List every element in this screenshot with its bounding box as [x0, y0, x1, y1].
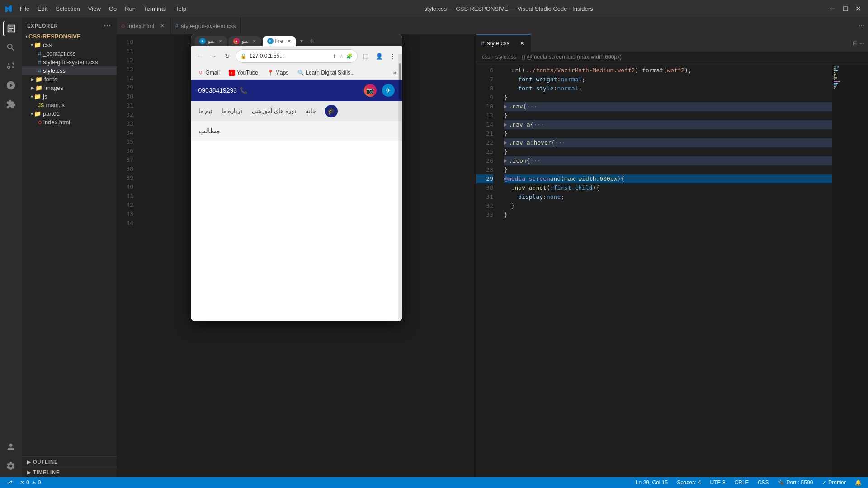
- eol-item[interactable]: CRLF: [733, 479, 750, 486]
- cast-button[interactable]: ⬚: [360, 51, 371, 61]
- phone-icon: 📞: [240, 87, 247, 94]
- breadcrumb-style-css[interactable]: style.css: [495, 54, 516, 60]
- settings-activity-icon[interactable]: [3, 458, 19, 474]
- browser-window[interactable]: ✈ سو ✕ ■ سو ✕: [191, 34, 402, 321]
- menu-selection[interactable]: Selection: [52, 4, 83, 14]
- timeline-header[interactable]: ▶ TIMELINE: [22, 467, 117, 477]
- branch-icon: ⎇: [6, 479, 13, 486]
- explorer-more-button[interactable]: ···: [104, 22, 111, 30]
- style-css-close[interactable]: ✕: [519, 40, 526, 47]
- split-editor-button[interactable]: ⊞: [853, 40, 858, 47]
- part01-folder[interactable]: ▾ 📁 part01: [22, 109, 117, 118]
- index-html-file[interactable]: ◇ index.html: [22, 118, 117, 127]
- browser-tab1-close[interactable]: ✕: [218, 38, 222, 44]
- bookmark-gmail[interactable]: M Gmail: [195, 69, 222, 77]
- nav-home[interactable]: خانه: [306, 108, 316, 115]
- token: {: [523, 102, 527, 111]
- contact-css-file[interactable]: # _contact.css: [22, 49, 117, 58]
- style-css-file[interactable]: # style.css: [22, 66, 117, 75]
- reload-button[interactable]: ↻: [222, 51, 233, 61]
- source-control-activity-icon[interactable]: [3, 59, 19, 74]
- tab-dropdown-button[interactable]: ▾: [297, 37, 306, 45]
- explorer-activity-icon[interactable]: [3, 21, 19, 36]
- token: :: [557, 75, 561, 84]
- prettier-item[interactable]: ✓ Prettier: [820, 479, 848, 486]
- style-grid-file[interactable]: # style-grid-system.css: [22, 58, 117, 66]
- encoding-item[interactable]: UTF-8: [708, 479, 727, 486]
- collapse-chevron[interactable]: ▶: [504, 102, 507, 111]
- forward-button[interactable]: →: [208, 51, 219, 61]
- project-root[interactable]: ▾ CSS-RESPONSIVE: [22, 32, 117, 41]
- language-item[interactable]: CSS: [756, 479, 771, 486]
- new-tab-button[interactable]: +: [307, 36, 317, 46]
- menu-edit[interactable]: Edit: [34, 4, 51, 14]
- main-js-file[interactable]: JS main.js: [22, 101, 117, 109]
- code-line-22: ▶.nav a:hover{ ···: [504, 138, 832, 147]
- back-button[interactable]: ←: [195, 51, 206, 61]
- telegram-favicon-icon: ✈: [199, 38, 206, 44]
- tab-style-grid[interactable]: # style-grid-system.css: [171, 17, 241, 34]
- maximize-button[interactable]: □: [840, 5, 851, 12]
- breadcrumb-css[interactable]: css: [482, 54, 490, 60]
- tab-index-html[interactable]: ◇ index.html ✕: [117, 17, 171, 34]
- code-content[interactable]: url(../fonts/VazirMath-Medium.woff2) for…: [497, 62, 832, 477]
- menu-run[interactable]: Run: [121, 4, 139, 14]
- rln: 21: [476, 129, 493, 138]
- account-activity-icon[interactable]: [3, 439, 19, 455]
- js-folder[interactable]: ▾ 📁 js: [22, 92, 117, 101]
- tab-html-close[interactable]: ✕: [159, 22, 166, 29]
- tab-style-css[interactable]: # style.css ✕: [476, 34, 531, 52]
- bookmark-maps[interactable]: 📍 Maps: [264, 69, 291, 77]
- errors-item[interactable]: ✕ 0 ⚠ 0: [18, 479, 42, 486]
- token: font-weight: [504, 75, 557, 84]
- code-line-33: }: [504, 211, 832, 220]
- port-item[interactable]: 🔌 Port : 5500: [776, 479, 815, 486]
- more-actions-button[interactable]: ···: [859, 40, 864, 47]
- menu-help[interactable]: Help: [170, 4, 190, 14]
- nav-team[interactable]: تیم ما: [198, 108, 212, 115]
- menu-view[interactable]: View: [85, 4, 104, 14]
- spaces-item[interactable]: Spaces: 4: [675, 479, 703, 486]
- nav-courses[interactable]: دوره های آموزشی: [252, 108, 297, 115]
- tab-more-button[interactable]: ···: [855, 17, 868, 34]
- browser-tab-active-close[interactable]: ✕: [287, 38, 291, 44]
- browser-tab-2[interactable]: ■ سو ✕: [229, 36, 261, 46]
- warning-icon: ⚠: [31, 479, 36, 486]
- nav-about[interactable]: درباره ما: [222, 108, 243, 115]
- address-bar[interactable]: 🔒 127.0.0.1:55... ⬆ ☆ 🧩: [236, 49, 358, 63]
- project-name: CSS-RESPONSIVE: [28, 33, 81, 40]
- tab-css-icon: #: [175, 23, 178, 28]
- breadcrumb-media[interactable]: {} @media screen and (max-width:600px): [522, 54, 622, 60]
- minimize-button[interactable]: ─: [827, 5, 838, 12]
- browser-tab-1[interactable]: ✈ سو ✕: [195, 36, 227, 46]
- menu-file[interactable]: File: [16, 4, 33, 14]
- collapse-chevron3[interactable]: ▶: [504, 138, 507, 147]
- bookmarks-more-button[interactable]: »: [391, 68, 398, 77]
- menu-go[interactable]: Go: [105, 4, 120, 14]
- bookmark-youtube[interactable]: YouTube: [226, 69, 261, 77]
- collapse-chevron2[interactable]: ▶: [504, 120, 507, 129]
- browser-tab2-close[interactable]: ✕: [252, 38, 256, 44]
- notifications-item[interactable]: 🔔: [853, 479, 863, 486]
- outline-header[interactable]: ▶ OUTLINE: [22, 457, 117, 467]
- images-folder[interactable]: ▶ 📁 images: [22, 84, 117, 92]
- more-button[interactable]: ⋮: [387, 51, 398, 61]
- topbar-telegram-icon[interactable]: ✈: [382, 84, 395, 97]
- collapse-chevron4[interactable]: ▶: [504, 156, 507, 165]
- bookmark-learn[interactable]: 🔍 Learn Digital Skills...: [295, 69, 358, 77]
- browser-scrollbar[interactable]: [398, 54, 402, 321]
- browser-tab-active[interactable]: F Fre ✕: [263, 36, 296, 46]
- menu-terminal[interactable]: Terminal: [140, 4, 170, 14]
- close-button[interactable]: ✕: [853, 5, 863, 12]
- debug-activity-icon[interactable]: [3, 78, 19, 93]
- css-folder[interactable]: ▾ 📁 css: [22, 41, 117, 49]
- fonts-folder[interactable]: ▶ 📁 fonts: [22, 75, 117, 84]
- browser-tab-bar: ✈ سو ✕ ■ سو ✕: [191, 34, 402, 46]
- search-activity-icon[interactable]: [3, 40, 19, 55]
- ln-col-item[interactable]: Ln 29, Col 15: [634, 479, 670, 486]
- extensions-activity-icon[interactable]: [3, 97, 19, 112]
- branch-item[interactable]: ⎇: [5, 479, 14, 486]
- token: .nav: [509, 102, 523, 111]
- profile-button[interactable]: 👤: [374, 51, 385, 61]
- topbar-instagram-icon[interactable]: 📷: [364, 84, 377, 97]
